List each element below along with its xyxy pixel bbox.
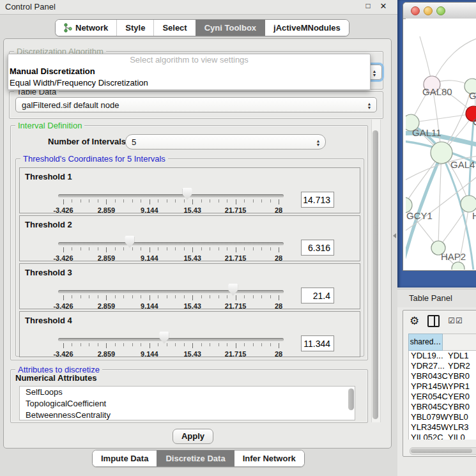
node-label-gal4: GAL4 xyxy=(450,159,475,170)
interval-definition-title: Interval Definition xyxy=(15,121,84,130)
control-panel: Control Panel □ ✕ Network Style Select C… xyxy=(0,0,397,476)
zoom-window-button[interactable] xyxy=(436,6,445,15)
table-row[interactable]: YLR345WYLR3 xyxy=(409,422,476,433)
node-label-hap2: HAP2 xyxy=(441,251,466,262)
slider-track[interactable] xyxy=(58,242,284,245)
stepper-icon: ▲▼ xyxy=(315,136,321,149)
list-item[interactable]: BetweennessCentrality xyxy=(20,410,355,420)
network-view-window: GAL80 GA C GAL11 GAL4 GCY1 H HAP2 xyxy=(403,2,476,271)
table-row[interactable]: YER054CYER0 xyxy=(409,392,476,402)
threshold-2-value-field[interactable]: 6.316 xyxy=(301,240,334,256)
tab-impute-data[interactable]: Impute Data xyxy=(93,450,157,466)
slider-thumb[interactable] xyxy=(183,188,192,200)
threshold-4-slider[interactable]: -3.426 2.859 9.144 15.43 21.715 28 xyxy=(63,312,279,358)
table-row[interactable]: YDR27...YDR2 xyxy=(409,361,476,371)
tab-label: Impute Data xyxy=(101,454,148,463)
node-bottom[interactable] xyxy=(452,262,464,270)
float-panel-icon[interactable]: □ xyxy=(363,1,373,10)
column-header-shared-name[interactable]: shared… xyxy=(408,334,443,351)
slider-ticks xyxy=(63,247,279,252)
table-row[interactable]: YIL052CYIL0 xyxy=(409,433,476,440)
node-label-gal11: GAL11 xyxy=(412,127,441,138)
tab-label: Cyni Toolbox xyxy=(204,23,256,33)
tab-label: Discretize Data xyxy=(165,454,225,463)
scale-label: 21.715 xyxy=(225,206,247,214)
tab-label: Infer Network xyxy=(243,454,296,463)
attributes-scrollbar-thumb[interactable] xyxy=(348,388,354,410)
threshold-2-slider[interactable]: -3.426 2.859 9.144 15.43 21.715 28 xyxy=(63,216,279,262)
splitter-collapse-arrow[interactable] xyxy=(393,233,396,238)
scale-label: 2.859 xyxy=(98,350,116,358)
threshold-1-panel: Threshold 1 -3.426 2.859 9.144 15.43 21.… xyxy=(19,167,360,213)
slider-track[interactable] xyxy=(58,194,284,197)
tab-jactivemnodules[interactable]: jActiveMNodules xyxy=(265,20,349,36)
scale-label: 15.43 xyxy=(183,206,201,214)
dropdown-option-equal-width-frequency[interactable]: Equal Width/Frequency Discretization xyxy=(8,77,370,89)
table-row[interactable]: YBL079WYBL0 xyxy=(409,412,476,422)
node-attribute-table: shared… na YDL19...YDL1 YDR27...YDR2 YBR… xyxy=(408,334,476,440)
apply-button[interactable]: Apply xyxy=(173,429,213,444)
slider-thumb[interactable] xyxy=(125,236,134,248)
scale-label: 15.43 xyxy=(183,302,201,310)
table-data-combobox[interactable]: galFiltered.sif default node ▲▼ xyxy=(15,97,377,112)
table-row[interactable]: YBR043CYBR0 xyxy=(409,371,476,381)
tab-network[interactable]: Network xyxy=(56,20,116,36)
table-data-value: galFiltered.sif default node xyxy=(22,100,119,110)
gear-icon[interactable]: ⚙ xyxy=(410,314,419,328)
scale-label: 15.43 xyxy=(183,350,201,358)
stepper-icon: ▲▼ xyxy=(366,99,372,112)
table-panel-titlebar: Table Panel xyxy=(397,289,476,308)
table-hscrollbar-thumb[interactable] xyxy=(411,449,472,453)
number-of-intervals-combobox[interactable]: 5 ▲▼ xyxy=(125,134,326,150)
network-canvas[interactable]: GAL80 GA C GAL11 GAL4 GCY1 H HAP2 xyxy=(406,19,476,270)
table-toolbar: ⚙ ☑☑ xyxy=(403,311,476,331)
control-panel-tabs: Network Style Select Cyni Toolbox jActiv… xyxy=(55,19,349,36)
close-panel-icon[interactable]: ✕ xyxy=(378,1,388,11)
network-icon xyxy=(64,23,72,33)
table-hscrollbar-track[interactable] xyxy=(410,447,476,455)
tab-discretize-data[interactable]: Discretize Data xyxy=(157,450,233,466)
scale-label: 21.715 xyxy=(225,302,247,310)
select-columns-checkboxes-icon[interactable]: ☑☑ xyxy=(448,316,463,325)
tab-cyni-toolbox[interactable]: Cyni Toolbox xyxy=(196,20,265,36)
slider-ticks xyxy=(63,295,279,300)
scale-label: 28 xyxy=(275,254,282,262)
control-panel-titlebar: Control Panel □ ✕ xyxy=(0,0,397,15)
slider-track[interactable] xyxy=(58,338,284,341)
settings-scrollbar-thumb[interactable] xyxy=(372,130,378,419)
scale-label: -3.426 xyxy=(53,254,73,262)
slider-track[interactable] xyxy=(58,290,284,293)
tab-select[interactable]: Select xyxy=(153,20,195,36)
threshold-3-value-field[interactable]: 21.4 xyxy=(301,288,334,303)
threshold-1-slider[interactable]: -3.426 2.859 9.144 15.43 21.715 28 xyxy=(63,168,279,214)
node-label-cut-right-3: H xyxy=(472,210,476,221)
split-columns-icon[interactable] xyxy=(427,315,440,327)
tab-infer-network[interactable]: Infer Network xyxy=(234,450,304,466)
table-row[interactable]: YBR045CYBR0 xyxy=(409,402,476,412)
close-window-button[interactable] xyxy=(411,6,420,15)
algorithm-dropdown-popup: Select algorithm to view settings Manual… xyxy=(8,54,371,90)
threshold-1-value-field[interactable]: 14.713 xyxy=(301,192,334,208)
node-label-gcy1: GCY1 xyxy=(406,210,433,221)
slider-thumb[interactable] xyxy=(228,284,238,296)
numerical-attributes-list: SelfLoops TopologicalCoefficient Between… xyxy=(19,386,355,420)
minimize-window-button[interactable] xyxy=(424,6,433,15)
threshold-3-slider[interactable]: -3.426 2.859 9.144 15.43 21.715 28 xyxy=(63,264,279,310)
scale-label: 15.43 xyxy=(183,254,201,262)
tab-style[interactable]: Style xyxy=(116,20,153,36)
column-header-name[interactable]: na xyxy=(443,334,476,351)
threshold-4-value-field[interactable]: 11.344 xyxy=(301,335,334,351)
node-label-cut-right-2: C xyxy=(473,116,476,127)
number-of-intervals-value: 5 xyxy=(132,137,136,147)
threshold-3-panel: Threshold 3 -3.426 2.859 9.144 15.43 21.… xyxy=(19,263,360,309)
dropdown-option-placeholder[interactable]: Select algorithm to view settings xyxy=(8,54,370,66)
list-item[interactable]: SelfLoops xyxy=(20,387,355,398)
list-item[interactable]: TopologicalCoefficient xyxy=(20,398,355,410)
table-row[interactable]: YDL19...YDL1 xyxy=(409,351,476,361)
slider-thumb[interactable] xyxy=(159,332,169,344)
table-panel-body: ⚙ ☑☑ shared… na YDL19...YDL1 YDR27...YDR… xyxy=(397,307,476,476)
dropdown-option-manual-discretization[interactable]: Manual Discretization xyxy=(8,66,370,77)
node-gal4[interactable] xyxy=(431,142,452,164)
table-row[interactable]: YPR145WYPR1 xyxy=(409,381,476,392)
scale-label: 28 xyxy=(275,302,282,310)
